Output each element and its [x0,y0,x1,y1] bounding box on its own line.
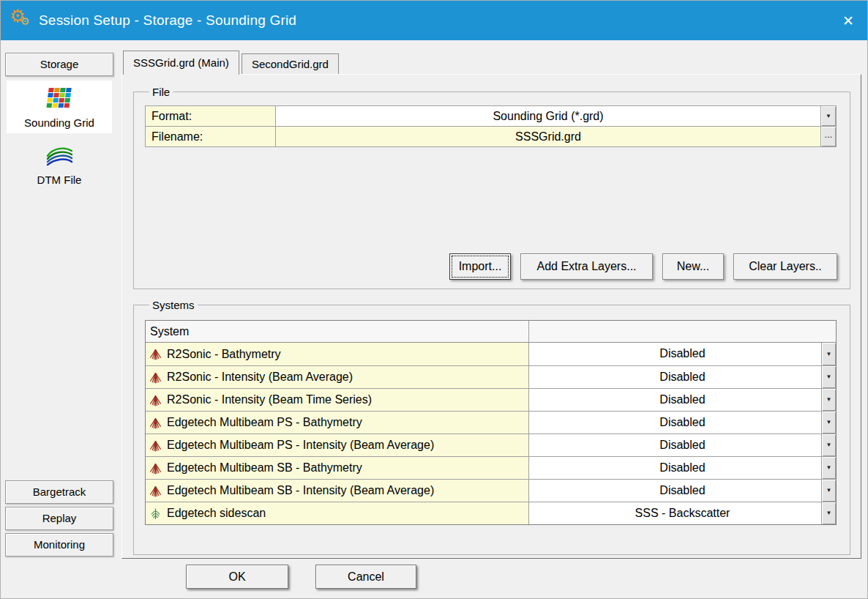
table-row: R2Sonic - Intensity (Beam Average) Disab… [146,365,836,388]
filename-label: Filename: [146,127,276,146]
system-mode-value: Disabled [659,484,705,496]
multibeam-icon [149,417,162,429]
chevron-down-icon[interactable]: ▼ [821,412,836,434]
system-name: Edgetech Multibeam SB - Intensity (Beam … [167,484,434,497]
cancel-button[interactable]: Cancel [315,565,416,589]
system-mode-value: Disabled [659,393,705,406]
table-row: Edgetech Multibeam PS - Bathymetry Disab… [146,411,836,434]
sidebar-button-replay[interactable]: Replay [5,507,113,530]
file-group: File Format: Sounding Grid (*.grd) ▼ Fil… [133,86,850,289]
multibeam-icon [149,462,162,475]
system-cell: R2Sonic - Intensity (Beam Time Series) [146,389,529,411]
mode-column-header [529,321,836,342]
multibeam-icon [149,371,162,384]
systems-table: System R2Sonic - Bathymetry Disabled ▼ R… [145,320,837,525]
multibeam-icon [149,394,162,406]
ok-button[interactable]: OK [186,565,288,589]
tab-sssgrid-main[interactable]: SSSGrid.grd (Main) [123,51,239,75]
system-column-header: System [146,321,529,342]
filename-field[interactable]: SSSGrid.grd [276,127,820,146]
sidebar-items: Sounding Grid DTM File [1,81,118,190]
grid-file-tabs: SSSGrid.grd (Main) SecondGrid.grd [123,51,339,75]
table-row: R2Sonic - Intensity (Beam Time Series) D… [146,388,836,411]
system-mode-dropdown[interactable]: Disabled ▼ [529,457,836,479]
system-mode-dropdown[interactable]: Disabled ▼ [529,343,836,365]
system-cell: Edgetech sidescan [146,502,529,524]
new-button[interactable]: New... [662,253,724,280]
system-name: Edgetech sidescan [167,507,266,520]
sounding-grid-icon [45,86,74,113]
session-setup-dialog: { "titlebar": { "title": "Session Setup … [0,0,868,599]
system-name: R2Sonic - Intensity (Beam Time Series) [167,393,372,406]
system-mode-value: Disabled [659,461,705,474]
system-name: Edgetech Multibeam PS - Intensity (Beam … [167,439,434,452]
file-form: Format: Sounding Grid (*.grd) ▼ Filename… [145,105,837,147]
gear-icon-small: ⚙ [20,16,30,26]
chevron-down-icon[interactable]: ▼ [821,502,836,524]
window-title: Session Setup - Storage - Sounding Grid [39,12,296,29]
clear-layers-button[interactable]: Clear Layers.. [733,253,837,280]
system-cell: Edgetech Multibeam PS - Intensity (Beam … [146,434,529,456]
system-mode-dropdown[interactable]: Disabled ▼ [529,389,836,411]
system-mode-dropdown[interactable]: Disabled ▼ [529,366,836,388]
table-row: Edgetech Multibeam SB - Intensity (Beam … [146,479,836,502]
sidebar-item-sounding-grid[interactable]: Sounding Grid [7,81,112,133]
sidebar-item-dtm-file[interactable]: DTM File [7,139,112,190]
system-mode-dropdown[interactable]: Disabled ▼ [529,480,836,502]
multibeam-icon [149,485,162,497]
systems-group-title: Systems [149,299,198,311]
sidebar-button-monitoring[interactable]: Monitoring [5,533,113,557]
chevron-down-icon[interactable]: ▼ [821,343,836,365]
system-name: Edgetech Multibeam PS - Bathymetry [167,416,362,429]
format-row: Format: Sounding Grid (*.grd) ▼ [145,105,837,127]
sidescan-icon [149,507,162,520]
tab-secondgrid[interactable]: SecondGrid.grd [242,53,339,74]
system-mode-dropdown[interactable]: Disabled ▼ [529,412,836,434]
system-mode-dropdown[interactable]: SSS - Backscatter ▼ [529,502,836,524]
systems-table-header: System [146,321,836,343]
system-cell: R2Sonic - Bathymetry [146,343,529,365]
system-mode-value: Disabled [659,347,705,360]
system-cell: Edgetech Multibeam SB - Bathymetry [146,457,529,479]
format-label: Format: [146,106,276,126]
system-cell: Edgetech Multibeam SB - Intensity (Beam … [146,480,529,502]
chevron-down-icon[interactable]: ▼ [821,366,836,388]
add-extra-layers-button[interactable]: Add Extra Layers... [520,253,653,280]
chevron-down-icon[interactable]: ▼ [821,457,836,479]
multibeam-icon [149,439,162,452]
titlebar: ⚙ ⚙ Session Setup - Storage - Sounding G… [1,1,868,40]
sidebar: Storage [1,40,118,599]
system-mode-value: Disabled [659,439,705,451]
file-group-title: File [149,86,173,98]
table-row: Edgetech Multibeam SB - Bathymetry Disab… [146,456,836,479]
tab-panel: File Format: Sounding Grid (*.grd) ▼ Fil… [121,74,861,559]
systems-group: Systems System R2Sonic - Bathymetry Disa… [133,299,850,555]
sidebar-button-bargetrack[interactable]: Bargetrack [5,480,113,504]
system-name: Edgetech Multibeam SB - Bathymetry [167,461,362,475]
system-mode-dropdown[interactable]: Disabled ▼ [529,434,836,456]
chevron-down-icon[interactable]: ▼ [821,480,836,502]
file-buttons: Import... Add Extra Layers... New... Cle… [449,253,837,280]
sidebar-item-label: DTM File [37,174,82,186]
system-mode-value: Disabled [659,416,705,428]
filename-browse-button[interactable]: ... [820,127,836,146]
filename-row: Filename: SSSGrid.grd ... [145,126,837,147]
system-mode-value: Disabled [659,371,705,383]
system-name: R2Sonic - Bathymetry [167,348,281,361]
table-row: R2Sonic - Bathymetry Disabled ▼ [146,343,836,365]
system-cell: Edgetech Multibeam PS - Bathymetry [146,412,529,434]
import-button[interactable]: Import... [449,253,511,280]
system-cell: R2Sonic - Intensity (Beam Average) [146,366,529,388]
chevron-down-icon[interactable]: ▼ [821,434,836,456]
dtm-file-icon [45,145,74,170]
multibeam-icon [149,348,162,360]
format-dropdown[interactable]: Sounding Grid (*.grd) [276,106,820,126]
chevron-down-icon[interactable]: ▼ [821,389,836,411]
format-dropdown-arrow-icon[interactable]: ▼ [820,106,836,126]
table-row: Edgetech Multibeam PS - Intensity (Beam … [146,434,836,456]
sidebar-item-label: Sounding Grid [24,116,94,129]
close-button[interactable]: ✕ [828,1,868,40]
system-name: R2Sonic - Intensity (Beam Average) [167,371,353,384]
table-row: Edgetech sidescan SSS - Backscatter ▼ [146,502,836,524]
sidebar-button-storage[interactable]: Storage [5,53,113,76]
